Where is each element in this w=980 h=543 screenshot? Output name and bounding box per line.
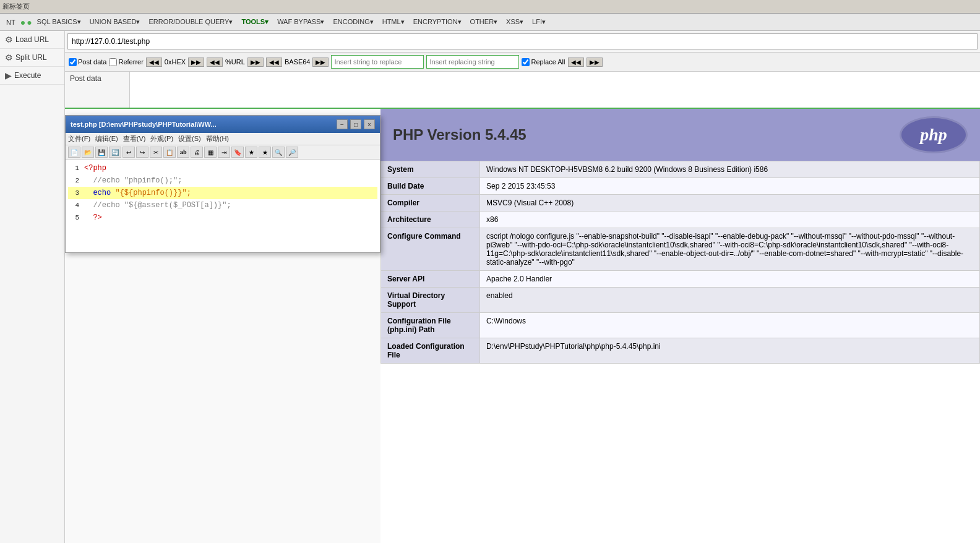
table-val-arch: x86 <box>480 212 980 228</box>
insert-string-input[interactable] <box>331 55 424 69</box>
star-btn[interactable]: ★ <box>245 147 257 158</box>
table-key-server-api: Server API <box>381 271 480 288</box>
referrer-check-label[interactable]: Referrer <box>109 58 143 66</box>
line-content-5: ?> <box>84 212 376 224</box>
minimize-button[interactable]: − <box>337 119 348 129</box>
indent-btn[interactable]: ⇥ <box>218 147 230 158</box>
insert-replacing-input[interactable] <box>426 55 519 69</box>
nav-waf-bypass[interactable]: WAF BYPASS▾ <box>273 17 328 27</box>
menu-view[interactable]: 查看(V) <box>123 134 146 143</box>
line-num-5: 5 <box>69 212 79 224</box>
redo-btn[interactable]: ↪ <box>136 147 148 158</box>
replace-arrow-right[interactable]: ▶▶ <box>587 58 603 67</box>
table-val-loaded-config: D:\env\PHPstudy\PHPTutorial\php\php-5.4.… <box>480 338 980 364</box>
nav-xss[interactable]: XSS▾ <box>502 17 527 27</box>
zoom-in-btn[interactable]: 🔍 <box>272 147 285 158</box>
nav-encoding[interactable]: ENCODING▾ <box>329 17 377 27</box>
table-val-compiler: MSVC9 (Visual C++ 2008) <box>480 195 980 212</box>
hex-decode-left-btn[interactable]: ◀◀ <box>146 58 162 67</box>
post-data-checkbox[interactable] <box>69 58 77 66</box>
nav-sql-basics[interactable]: SQL BASICS▾ <box>33 17 85 27</box>
table-row-arch: Architecture x86 <box>381 212 980 228</box>
replace-all-text: Replace All <box>531 58 565 66</box>
menu-appearance[interactable]: 外观(P) <box>150 134 173 143</box>
load-url-button[interactable]: ⚙ Load URL <box>0 31 64 49</box>
bookmark-btn[interactable]: ★ <box>259 147 271 158</box>
url-encode-right-btn[interactable]: ▶▶ <box>247 58 264 67</box>
maximize-button[interactable]: □ <box>350 119 361 129</box>
table-row-configure: Configure Command cscript /nologo config… <box>381 228 980 271</box>
search-icon-btn[interactable]: 🔖 <box>231 147 244 158</box>
replace-arrow-left[interactable]: ◀◀ <box>568 58 584 67</box>
find-btn[interactable]: 𝐚𝐛 <box>177 147 189 158</box>
line-num-2: 2 <box>69 174 79 187</box>
nav-error-double[interactable]: ERROR/DOUBLE QUERY▾ <box>145 17 236 27</box>
cut-btn[interactable]: ✂ <box>150 147 162 158</box>
nav-encryption[interactable]: ENCRYPTION▾ <box>410 17 465 27</box>
php-header: PHP Version 5.4.45 php <box>380 109 980 161</box>
post-data-textarea[interactable] <box>130 72 980 108</box>
table-key-loaded-config: Loaded Configuration File <box>381 338 480 364</box>
window-title-bar: test.php [D:\env\PHPstudy\PHPTutorial\WW… <box>66 116 380 133</box>
nav-tools[interactable]: TOOLS▾ <box>238 17 272 27</box>
new-file-btn[interactable]: 📄 <box>68 147 80 158</box>
new-tab-label: 新标签页 <box>2 2 30 11</box>
close-button[interactable]: × <box>364 119 375 129</box>
nav-bar: NT ● ● SQL BASICS▾ UNION BASED▾ ERROR/DO… <box>0 14 980 31</box>
referrer-checkbox[interactable] <box>109 58 117 66</box>
table-row-vdir: Virtual Directory Support enabled <box>381 288 980 313</box>
post-data-check-text: Post data <box>78 58 106 66</box>
line-num-1: 1 <box>69 162 79 174</box>
table-val-server-api: Apache 2.0 Handler <box>480 271 980 288</box>
url-bar <box>65 31 980 53</box>
menu-help[interactable]: 帮助(H) <box>206 134 229 143</box>
php-open-tag: <?php <box>84 164 106 173</box>
nav-lfi[interactable]: LFI▾ <box>528 17 549 27</box>
table-val-system: Windows NT DESKTOP-H5VBSM8 6.2 build 920… <box>480 161 980 178</box>
file-editor-window: test.php [D:\env\PHPstudy\PHPTutorial\WW… <box>65 115 380 253</box>
replace-all-check-label[interactable]: Replace All <box>522 58 565 66</box>
print-btn[interactable]: 🖨 <box>191 147 203 158</box>
code-line-4: 4 //echo "${@assert($_POST[a])}"; <box>68 199 377 212</box>
zoom-out-btn[interactable]: 🔎 <box>286 147 298 158</box>
menu-settings[interactable]: 设置(S) <box>178 134 201 143</box>
toolbar-row: Post data Referrer ◀◀ 0xHEX ▶▶ ◀◀ %URL ▶… <box>65 53 980 72</box>
window-controls: − □ × <box>337 119 375 129</box>
replace-all-checkbox[interactable] <box>522 58 530 66</box>
post-data-check-label[interactable]: Post data <box>69 58 106 66</box>
url-decode-left-btn[interactable]: ◀◀ <box>207 58 223 67</box>
php-version-title: PHP Version 5.4.45 <box>393 126 527 143</box>
code-line-2: 2 //echo "phpinfo();"; <box>68 174 377 187</box>
split-url-button[interactable]: ⚙ Split URL <box>0 49 64 67</box>
url-input[interactable] <box>67 33 978 49</box>
nav-other[interactable]: OTHER▾ <box>466 17 502 27</box>
echo-string: "{${phpinfo()}}"; <box>115 189 191 197</box>
php-logo: php <box>900 116 968 153</box>
select-btn[interactable]: ▦ <box>204 147 217 158</box>
nav-html[interactable]: HTML▾ <box>379 17 408 27</box>
menu-edit[interactable]: 编辑(E) <box>95 134 118 143</box>
base64-decode-left-btn[interactable]: ◀◀ <box>266 58 282 67</box>
refresh-btn[interactable]: 🔄 <box>109 147 121 158</box>
open-file-btn[interactable]: 📂 <box>82 147 94 158</box>
execute-button[interactable]: ▶ Execute <box>0 67 64 85</box>
load-url-label: Load URL <box>15 35 49 44</box>
table-row-loaded-config: Loaded Configuration File D:\env\PHPstud… <box>381 338 980 364</box>
table-key-config-path: Configuration File (php.ini) Path <box>381 313 480 338</box>
table-key-system: System <box>381 161 480 178</box>
nav-union-based[interactable]: UNION BASED▾ <box>86 17 144 27</box>
copy-btn[interactable]: 📋 <box>163 147 176 158</box>
undo-btn[interactable]: ↩ <box>123 147 135 158</box>
code-line-5: 5 ?> <box>68 212 377 224</box>
bottom-panel: test.php [D:\env\PHPstudy\PHPTutorial\WW… <box>65 109 980 543</box>
base64-encode-right-btn[interactable]: ▶▶ <box>312 58 329 67</box>
nav-nt[interactable]: NT <box>2 17 19 27</box>
save-btn[interactable]: 💾 <box>95 147 108 158</box>
menu-file[interactable]: 文件(F) <box>68 134 90 143</box>
execute-icon: ▶ <box>5 71 12 80</box>
base64-label: BASE64 <box>285 58 311 66</box>
url-label: %URL <box>225 58 245 66</box>
table-row-compiler: Compiler MSVC9 (Visual C++ 2008) <box>381 195 980 212</box>
table-key-configure: Configure Command <box>381 228 480 271</box>
hex-encode-right-btn[interactable]: ▶▶ <box>188 58 204 67</box>
